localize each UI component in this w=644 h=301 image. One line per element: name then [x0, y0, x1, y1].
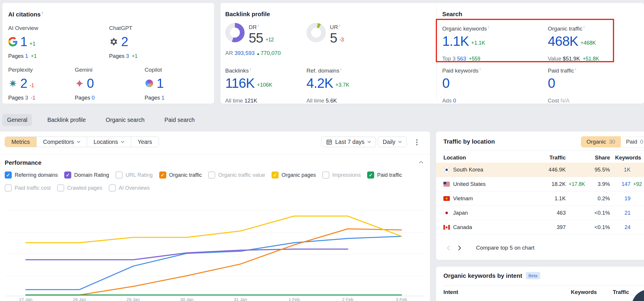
vietnam-flag-icon [443, 196, 450, 201]
location-row-japan[interactable]: Japan 463 <0.1% 21 [436, 206, 644, 220]
info-icon[interactable] [257, 23, 259, 31]
tab-organic-search[interactable]: Organic search [101, 114, 149, 126]
ref-domains-value[interactable]: 4.2K [306, 75, 333, 91]
canada-flag-icon [443, 225, 450, 230]
beta-badge: Beta [526, 272, 540, 279]
ar-delta: 770,070 [261, 50, 281, 56]
delta: -1 [29, 83, 34, 89]
dr-value: 55 [249, 30, 263, 46]
location-table-header: Location Traffic Share Keywords [436, 152, 644, 163]
ref-domains-block: Ref. domains 4.2K+3.7K All time 5.6K [306, 67, 349, 104]
info-icon[interactable] [574, 67, 576, 74]
calendar-icon [326, 139, 332, 145]
ads-count[interactable]: 0 [453, 97, 456, 104]
performance-panel: Metrics Competitors Locations Years Last… [0, 132, 430, 301]
organic-traffic-delta: +468K [580, 40, 596, 46]
checkbox-organic-pages[interactable]: Organic pages [272, 171, 316, 179]
backlink-search-card: Backlink profile DR 55+12 AR 393,593 770… [221, 3, 644, 104]
checkbox-referring-domains[interactable]: Referring domains [5, 171, 58, 179]
x-tick: 28 Jan [73, 297, 86, 301]
x-tick: 30 Jan [180, 297, 193, 301]
backlinks-label: Backlinks [225, 67, 272, 75]
chevron-right-icon [458, 245, 461, 251]
pages-count[interactable]: 3 [25, 95, 28, 101]
x-tick: 2 Feb [342, 297, 353, 301]
date-range-dropdown[interactable]: Last 7 days [321, 137, 376, 147]
locations-dropdown[interactable]: Locations [87, 137, 131, 147]
ur-value: 5 [330, 30, 337, 46]
pages-count[interactable]: 1 [162, 95, 165, 101]
info-icon[interactable] [487, 25, 489, 32]
info-icon[interactable] [339, 67, 341, 74]
united-states-flag-icon [443, 182, 450, 186]
perplexity-icon [8, 79, 18, 88]
copilot-count[interactable]: 1 [157, 76, 163, 91]
checkbox-icon [367, 171, 374, 179]
checkbox-domain-rating[interactable]: Domain Rating [64, 171, 109, 179]
collapse-section-button[interactable] [419, 161, 423, 164]
organic-keywords-value[interactable]: 1.1K [442, 33, 469, 49]
ai-citations-card: AI citations AI Overview 1 +1 Pages 1 +1… [2, 3, 214, 104]
competitors-dropdown[interactable]: Competitors [37, 137, 87, 147]
series-domain-rating [26, 249, 348, 260]
chatgpt-count[interactable]: 2 [121, 34, 128, 49]
info-icon[interactable] [479, 67, 481, 74]
years-button[interactable]: Years [131, 137, 158, 147]
ai-metric-chatgpt: ChatGPT 2 Pages 3 +1 [109, 25, 138, 59]
paid-traffic-value[interactable]: 0 [548, 75, 555, 91]
chart-gridlines [6, 211, 425, 296]
chevron-up-icon [419, 161, 423, 164]
checkbox-icon [208, 171, 215, 179]
info-icon[interactable] [582, 25, 584, 32]
dr-donut-chart [225, 23, 245, 42]
organic-traffic-value[interactable]: 468K [548, 33, 578, 49]
top3-value[interactable]: 563 [457, 56, 466, 62]
traffic-value-amount: $51.9K [563, 56, 580, 62]
pages-count[interactable]: 3 [126, 53, 129, 59]
next-page-button[interactable] [458, 245, 461, 251]
perplexity-count[interactable]: 2 [20, 76, 27, 91]
location-row-vietnam[interactable]: Vietnam 1.1K 0.2% 19 [436, 191, 644, 206]
search-title: Search [442, 11, 462, 18]
location-row-south-korea[interactable]: South Korea 446.9K 95.5% 1K [436, 163, 644, 177]
checkbox-icon [64, 171, 71, 179]
checkbox-organic-traffic-value[interactable]: Organic traffic value [208, 171, 265, 179]
checkbox-paid-traffic[interactable]: Paid traffic [367, 171, 402, 179]
info-icon[interactable] [338, 23, 340, 31]
toggle-organic[interactable]: Organic30 [581, 136, 621, 147]
info-icon[interactable] [249, 67, 251, 74]
more-options-kebab-menu[interactable] [413, 138, 421, 146]
location-row-united-states[interactable]: United States 18.2K +17.8K 3.9% 147 +92 [436, 177, 644, 191]
keywords-by-intent-panel: Organic keywords by intent Beta Intent K… [436, 267, 644, 301]
granularity-dropdown[interactable]: Daily [378, 137, 407, 147]
ai-overview-count[interactable]: 1 [20, 34, 27, 49]
checkbox-impressions[interactable]: Impressions [322, 171, 361, 179]
chevron-down-icon [77, 141, 80, 143]
x-tick: 31 Jan [234, 297, 247, 301]
info-icon[interactable] [41, 11, 43, 18]
pages-count[interactable]: 1 [25, 53, 28, 59]
checkbox-url-rating[interactable]: URL Rating [116, 171, 152, 179]
location-row-canada[interactable]: Canada 397 <0.1% 24 [436, 220, 644, 235]
copilot-icon [145, 79, 154, 88]
backlinks-value[interactable]: 116K [225, 75, 255, 91]
gemini-count[interactable]: 0 [87, 76, 94, 91]
prev-page-button[interactable] [447, 245, 450, 251]
japan-flag-icon [443, 211, 450, 215]
metrics-button[interactable]: Metrics [5, 137, 37, 147]
card-divider [436, 6, 437, 100]
ahrefs-rank-value[interactable]: 393,593 [235, 50, 255, 56]
tab-paid-search[interactable]: Paid search [160, 114, 199, 126]
tab-general[interactable]: General [2, 114, 32, 126]
toggle-paid[interactable]: Paid0 [621, 136, 644, 147]
tab-backlink-profile[interactable]: Backlink profile [43, 114, 90, 126]
chevron-down-icon [121, 141, 124, 143]
checkbox-icon [5, 171, 12, 179]
compare-top5-link[interactable]: Compare top 5 on chart [476, 245, 535, 251]
paid-keywords-value[interactable]: 0 [442, 75, 450, 91]
checkbox-organic-traffic[interactable]: Organic traffic [159, 171, 202, 179]
pages-count[interactable]: 0 [92, 95, 95, 101]
ahrefs-overview-dashboard: { "ai_citations": { "title": "AI citatio… [0, 0, 644, 301]
divider [443, 150, 644, 151]
pages-line: Pages 0 [75, 95, 96, 101]
